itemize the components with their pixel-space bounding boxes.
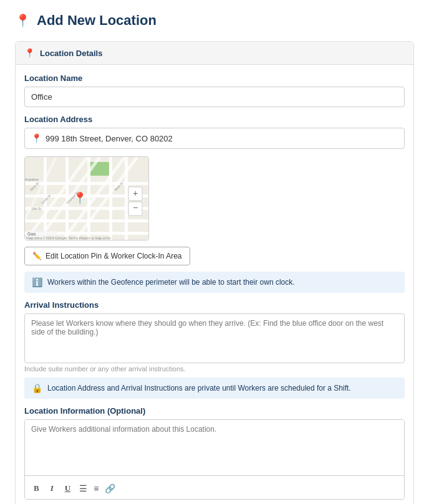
numbered-list-icon[interactable]: ≡ bbox=[94, 483, 99, 493]
svg-rect-10 bbox=[109, 157, 112, 240]
location-name-label: Location Name bbox=[24, 74, 405, 83]
map-preview: Curtis St Champa St Stout St Arapahoe St… bbox=[24, 156, 149, 240]
svg-text:19th St: 19th St bbox=[31, 207, 41, 211]
location-details-body: Location Name Location Address 📍 999 18t… bbox=[16, 65, 413, 504]
edit-pin-icon: ✏️ bbox=[32, 252, 42, 260]
edit-pin-label: Edit Location Pin & Worker Clock-In Area bbox=[46, 252, 182, 260]
svg-text:📍: 📍 bbox=[73, 191, 87, 205]
location-address-label: Location Address bbox=[24, 115, 405, 124]
svg-rect-5 bbox=[25, 219, 149, 222]
bold-button[interactable]: B bbox=[31, 482, 42, 495]
arrival-instructions-input[interactable] bbox=[24, 313, 405, 363]
geofence-info-text: Workers within the Geofence perimeter wi… bbox=[47, 278, 295, 287]
location-info-label: Location Information (Optional) bbox=[24, 406, 405, 416]
svg-text:Goo: Goo bbox=[27, 232, 36, 236]
bullet-list-icon[interactable]: ☰ bbox=[79, 483, 87, 493]
location-address-input[interactable]: 📍 999 18th Street, Denver, CO 80202 bbox=[24, 128, 405, 149]
location-details-title: Location Details bbox=[40, 49, 102, 58]
svg-text:−: − bbox=[133, 202, 138, 212]
address-pin-icon: 📍 bbox=[31, 133, 42, 143]
page-title: Add New Location bbox=[37, 12, 157, 29]
geofence-info-banner: ℹ️ Workers within the Geofence perimeter… bbox=[24, 272, 405, 293]
lock-icon: 🔒 bbox=[32, 383, 42, 393]
privacy-notice-text: Location Address and Arrival Instruction… bbox=[47, 384, 351, 392]
page-header: 📍 Add New Location bbox=[15, 12, 414, 29]
arrival-instructions-label: Arrival Instructions bbox=[24, 300, 405, 310]
location-details-card: 📍 Location Details Location Name Locatio… bbox=[15, 41, 414, 504]
italic-button[interactable]: I bbox=[48, 482, 56, 495]
arrival-instructions-sublabel: Include suite number or any other arriva… bbox=[24, 365, 405, 373]
location-info-editor: B I U ☰ ≡ 🔗 bbox=[24, 419, 405, 500]
location-details-header: 📍 Location Details bbox=[16, 42, 413, 65]
underline-button[interactable]: U bbox=[62, 482, 73, 495]
location-pin-icon: 📍 bbox=[15, 13, 31, 28]
svg-text:Arapahoe: Arapahoe bbox=[25, 178, 39, 181]
rich-text-toolbar: B I U ☰ ≡ 🔗 bbox=[25, 478, 404, 499]
svg-text:+: + bbox=[133, 188, 138, 198]
page-container: 📍 Add New Location 📍 Location Details Lo… bbox=[0, 0, 429, 504]
privacy-notice-banner: 🔒 Location Address and Arrival Instructi… bbox=[24, 378, 405, 399]
info-icon: ℹ️ bbox=[32, 277, 42, 287]
edit-location-pin-button[interactable]: ✏️ Edit Location Pin & Worker Clock-In A… bbox=[24, 247, 190, 265]
link-icon[interactable]: 🔗 bbox=[105, 483, 115, 493]
map-svg: Curtis St Champa St Stout St Arapahoe St… bbox=[25, 157, 149, 240]
address-text: 999 18th Street, Denver, CO 80202 bbox=[46, 134, 173, 143]
location-name-input[interactable] bbox=[24, 87, 405, 107]
location-details-icon: 📍 bbox=[24, 48, 35, 58]
location-info-input[interactable] bbox=[25, 420, 404, 476]
